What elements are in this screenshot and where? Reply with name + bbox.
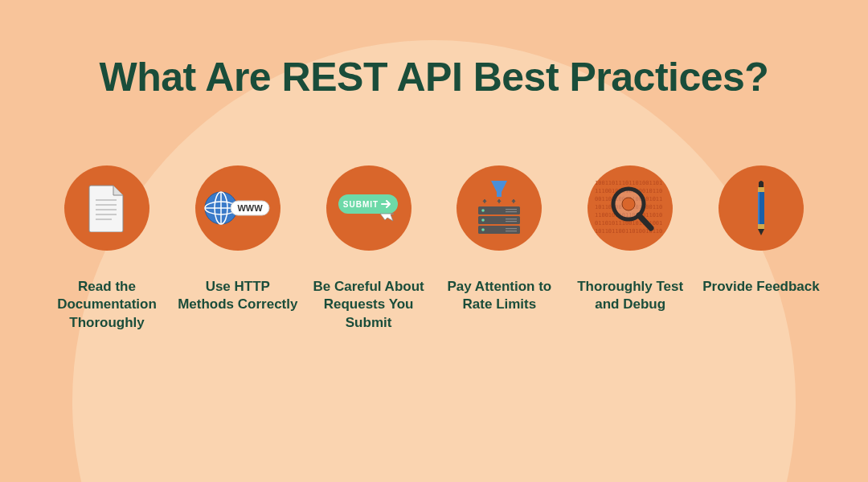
- svg-rect-24: [506, 228, 517, 229]
- svg-text:10011011101101001101: 10011011101101001101: [595, 180, 662, 186]
- practice-item: 10011011101101001101 1110010011011001011…: [570, 165, 690, 333]
- practice-label: Read the Documentation Thoroughly: [47, 278, 167, 333]
- content-container: What Are REST API Best Practices?: [0, 0, 868, 482]
- document-icon: [88, 184, 126, 232]
- practice-label: Use HTTP Methods Correctly: [178, 278, 298, 315]
- svg-text:SUBMIT: SUBMIT: [342, 200, 378, 209]
- icon-circle: [719, 165, 804, 251]
- submit-button-icon: SUBMIT: [337, 190, 401, 227]
- practice-item: Pay Attention to Rate Limits: [439, 165, 559, 333]
- icon-circle: SUBMIT: [326, 165, 411, 251]
- funnel-server-icon: [473, 179, 525, 237]
- svg-point-15: [482, 209, 485, 212]
- svg-rect-36: [758, 187, 764, 192]
- icon-circle: 10011011101101001101 1110010011011001011…: [588, 165, 673, 251]
- globe-www-icon: WWW: [203, 186, 272, 230]
- svg-rect-17: [506, 211, 517, 212]
- items-row: Read the Documentation Thoroughly WWW: [0, 165, 868, 333]
- svg-rect-39: [758, 224, 764, 229]
- svg-rect-21: [506, 221, 517, 222]
- magnifier-binary-icon: 10011011101101001101 1110010011011001011…: [593, 177, 667, 239]
- icon-circle: [64, 165, 149, 251]
- practice-item: Provide Feedback: [701, 165, 821, 333]
- svg-point-34: [622, 198, 635, 210]
- page-title: What Are REST API Best Practices?: [100, 55, 769, 101]
- svg-rect-20: [506, 219, 517, 219]
- practice-label: Pay Attention to Rate Limits: [439, 278, 559, 315]
- icon-circle: [457, 165, 542, 251]
- practice-item: SUBMIT Be Careful About Requests You Sub…: [309, 165, 429, 333]
- practice-label: Thoroughly Test and Debug: [570, 278, 690, 315]
- svg-point-23: [482, 228, 485, 231]
- icon-circle: WWW: [195, 165, 280, 251]
- svg-rect-25: [506, 231, 517, 231]
- svg-text:WWW: WWW: [237, 203, 263, 213]
- practice-item: Read the Documentation Thoroughly: [47, 165, 167, 333]
- practice-label: Be Careful About Requests You Submit: [309, 278, 429, 333]
- svg-rect-38: [758, 192, 760, 224]
- pen-icon: [749, 179, 773, 237]
- practice-label: Provide Feedback: [702, 278, 820, 296]
- svg-rect-16: [506, 209, 517, 210]
- practice-item: WWW Use HTTP Methods Correctly: [178, 165, 298, 333]
- svg-point-19: [482, 219, 485, 222]
